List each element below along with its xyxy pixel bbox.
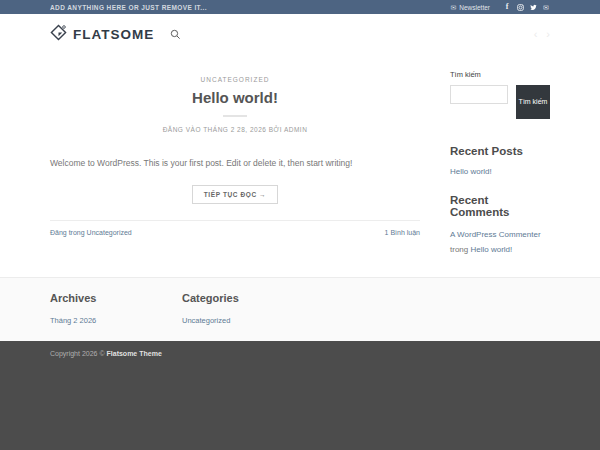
search-submit-button[interactable]: Tìm kiếm xyxy=(516,85,550,119)
post-excerpt: Welcome to WordPress. This is your first… xyxy=(50,157,420,170)
topbar-message: ADD ANYTHING HERE OR JUST REMOVE IT... xyxy=(50,4,207,11)
site-header: FLATSOME ‹ › xyxy=(0,14,600,54)
search-input[interactable] xyxy=(450,85,508,104)
posted-in-category-link[interactable]: Uncategorized xyxy=(87,229,132,236)
archive-month-link[interactable]: Tháng 2 2026 xyxy=(50,316,96,325)
post-category-link[interactable]: UNCATEGORIZED xyxy=(201,76,270,83)
nav-next-icon[interactable]: › xyxy=(546,29,550,40)
post-meta-row: Đăng trong Uncategorized 1 Bình luận xyxy=(50,220,420,236)
recent-comments-title: Recent Comments xyxy=(450,194,550,218)
topbar: ADD ANYTHING HERE OR JUST REMOVE IT... ✉… xyxy=(0,0,600,14)
flatsome-gem-icon xyxy=(50,24,67,45)
footer-widgets: Archives Tháng 2 2026 Categories Uncateg… xyxy=(0,277,600,341)
absolute-footer: Copyright 2026 © Flatsome Theme xyxy=(0,341,600,450)
envelope-icon: ✉ xyxy=(450,4,456,11)
page: ADD ANYTHING HERE OR JUST REMOVE IT... ✉… xyxy=(0,0,600,450)
category-link[interactable]: Uncategorized xyxy=(182,316,230,325)
instagram-icon[interactable] xyxy=(516,3,524,11)
recent-post-link[interactable]: Hello world! xyxy=(450,167,492,176)
logo-text: FLATSOME xyxy=(73,27,154,42)
post-header: UNCATEGORIZED Hello world! ĐĂNG VÀO THÁN… xyxy=(50,54,420,133)
post-title-link[interactable]: Hello world! xyxy=(50,89,420,106)
main-content: UNCATEGORIZED Hello world! ĐĂNG VÀO THÁN… xyxy=(0,54,600,277)
newsletter-link[interactable]: ✉ Newsletter xyxy=(450,4,490,11)
read-more-wrap: TIẾP TỤC ĐỌC → xyxy=(50,183,420,204)
archives-widget: Archives Tháng 2 2026 xyxy=(50,292,182,327)
header-nav-arrows: ‹ › xyxy=(534,29,550,40)
newsletter-label: Newsletter xyxy=(459,4,490,11)
facebook-icon[interactable]: f xyxy=(503,3,511,11)
comment-author-link[interactable]: A WordPress Commenter xyxy=(450,230,541,239)
recent-comment-item: A WordPress Commenter trong Hello world! xyxy=(450,227,550,257)
title-divider xyxy=(223,115,247,117)
nav-prev-icon[interactable]: ‹ xyxy=(534,29,538,40)
search-widget: Tìm kiếm Tìm kiếm xyxy=(450,70,550,119)
recent-posts-title: Recent Posts xyxy=(450,145,550,157)
archives-title: Archives xyxy=(50,292,182,304)
blog-post: UNCATEGORIZED Hello world! ĐĂNG VÀO THÁN… xyxy=(50,54,420,236)
post-date: ĐĂNG VÀO THÁNG 2 28, 2026 BỞI ADMIN xyxy=(50,126,420,133)
read-more-button[interactable]: TIẾP TỤC ĐỌC → xyxy=(192,185,278,204)
comments-link[interactable]: 1 Bình luận xyxy=(385,229,420,236)
email-icon[interactable]: ✉ xyxy=(542,3,550,11)
site-logo[interactable]: FLATSOME xyxy=(50,24,154,45)
copyright-brand-link[interactable]: Flatsome Theme xyxy=(107,350,162,357)
categories-title: Categories xyxy=(182,292,314,304)
comment-post-link[interactable]: Hello world! xyxy=(470,245,512,254)
posted-in-label: Đăng trong xyxy=(50,229,85,236)
twitter-icon[interactable] xyxy=(529,3,537,11)
copyright: Copyright 2026 © Flatsome Theme xyxy=(50,350,550,357)
search-icon[interactable] xyxy=(170,29,181,40)
comment-connector: trong xyxy=(450,245,468,254)
sidebar: Tìm kiếm Tìm kiếm Recent Posts Hello wor… xyxy=(450,54,550,257)
copyright-text: Copyright 2026 © xyxy=(50,350,107,357)
posted-in: Đăng trong Uncategorized xyxy=(50,229,132,236)
topbar-right: ✉ Newsletter f ✉ xyxy=(450,3,550,11)
search-widget-label: Tìm kiếm xyxy=(450,70,550,79)
categories-widget: Categories Uncategorized xyxy=(182,292,314,327)
